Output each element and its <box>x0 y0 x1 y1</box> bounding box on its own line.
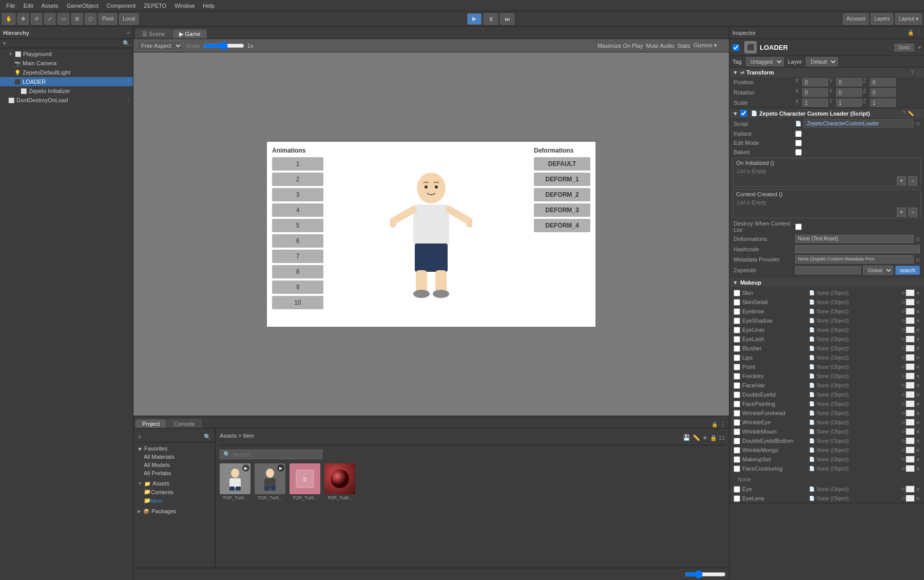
blusher-checkbox[interactable] <box>734 345 740 352</box>
dontdestroy-menu-icon[interactable]: ⋮ <box>126 98 131 103</box>
eyebrow-checkbox[interactable] <box>734 308 740 315</box>
facecontouring-color-swatch[interactable] <box>906 465 915 472</box>
deform-btn-1[interactable]: DEFORM_1 <box>534 173 590 186</box>
zepetoid-input[interactable] <box>795 266 861 274</box>
anim-btn-7[interactable]: 7 <box>272 250 323 263</box>
on-initialized-remove[interactable]: − <box>908 176 917 185</box>
assets-save-icon[interactable]: 💾 <box>683 434 690 441</box>
eyelens-reset-btn[interactable]: ✕ <box>916 496 920 501</box>
makeupset-reset-btn[interactable]: ✕ <box>916 457 920 462</box>
editmode-checkbox[interactable] <box>795 140 802 146</box>
wrinkleforehead-reset-btn[interactable]: ✕ <box>916 410 920 416</box>
transform-help-icon[interactable]: ? <box>911 70 914 76</box>
deform-btn-2[interactable]: DEFORM_2 <box>534 188 590 201</box>
anim-btn-1[interactable]: 1 <box>272 157 323 171</box>
assets-star-icon[interactable]: ★ <box>702 434 708 441</box>
deformations-ref-btn[interactable]: ⊙ <box>916 236 920 242</box>
move-tool[interactable]: ✥ <box>17 13 29 25</box>
eye-reset-btn[interactable]: ✕ <box>916 487 920 492</box>
menu-component[interactable]: Component <box>102 3 140 9</box>
tab-console[interactable]: Console <box>167 419 201 428</box>
inspector-lock-icon[interactable]: 🔒 <box>908 30 914 35</box>
eyelens-color-swatch[interactable] <box>906 495 915 502</box>
pos-x-field[interactable]: 0 <box>802 78 828 86</box>
anim-btn-5[interactable]: 5 <box>272 219 323 232</box>
deform-btn-default[interactable]: DEFAULT <box>534 157 590 171</box>
facecontouring-checkbox[interactable] <box>734 465 740 472</box>
doubleeyelid-color-swatch[interactable] <box>906 391 915 398</box>
anim-btn-10[interactable]: 10 <box>272 296 323 309</box>
all-models[interactable]: All Models <box>136 461 213 469</box>
menu-edit[interactable]: Edit <box>20 3 37 9</box>
anim-btn-8[interactable]: 8 <box>272 265 323 278</box>
transform-header[interactable]: ▼ ⇄ Transform ? ⋮ <box>729 68 924 77</box>
anim-btn-6[interactable]: 6 <box>272 234 323 248</box>
facehair-ref-btn[interactable]: ⊙ <box>901 383 906 388</box>
script-header[interactable]: ▼ 📄 Zepeto Character Custom Loader (Scri… <box>729 108 924 118</box>
menu-help[interactable]: Help <box>199 3 219 9</box>
rot-x-field[interactable] <box>802 88 828 97</box>
wrinkleforehead-checkbox[interactable] <box>734 410 740 417</box>
wrinklemongo-color-swatch[interactable] <box>906 446 915 454</box>
eyeshadow-ref-btn[interactable]: ⊙ <box>901 318 906 323</box>
wrinkleeye-checkbox[interactable] <box>734 419 740 426</box>
eye-checkbox[interactable] <box>734 486 740 493</box>
deform-btn-4[interactable]: DEFORM_4 <box>534 219 590 232</box>
script-ref-value[interactable]: ZepetoCharacterCustomLoader <box>803 119 914 128</box>
wrinkleeye-color-swatch[interactable] <box>906 419 915 426</box>
anim-btn-4[interactable]: 4 <box>272 203 323 217</box>
hier-search[interactable]: 🔍 <box>123 40 130 47</box>
assets-search-input[interactable] <box>233 452 319 458</box>
rect-tool[interactable]: ▭ <box>57 13 69 25</box>
local-btn[interactable]: Local <box>119 13 139 25</box>
skin-ref-btn[interactable]: ⊙ <box>901 290 906 295</box>
eye-ref-btn[interactable]: ⊙ <box>901 487 906 492</box>
pause-button[interactable]: ⏸ <box>484 13 498 25</box>
add-btn[interactable]: + <box>138 433 142 441</box>
eyelash-ref-btn[interactable]: ⊙ <box>901 336 906 342</box>
play-button[interactable]: ▶ <box>467 13 482 25</box>
lips-ref-btn[interactable]: ⊙ <box>901 355 906 360</box>
loader-menu-icon[interactable]: ⋮ <box>126 79 131 85</box>
baked-checkbox[interactable] <box>795 149 802 156</box>
point-checkbox[interactable] <box>734 364 740 370</box>
wrinklemongo-ref-btn[interactable]: ⊙ <box>901 447 906 453</box>
all-materials[interactable]: All Materials <box>136 453 213 461</box>
hier-item-initializer[interactable]: ⬜ Zepeto Initializer <box>0 86 133 96</box>
hier-item-playground[interactable]: ▼ ⬜ Playground <box>0 49 133 59</box>
point-color-swatch[interactable] <box>906 363 915 370</box>
menu-assets[interactable]: Assets <box>37 3 63 9</box>
eyelens-checkbox[interactable] <box>734 495 740 502</box>
pivot-btn[interactable]: Pivot <box>99 13 117 25</box>
freckles-color-swatch[interactable] <box>906 372 915 380</box>
pos-y-field[interactable]: 0 <box>836 78 862 86</box>
lips-reset-btn[interactable]: ✕ <box>916 355 920 361</box>
aspect-dropdown[interactable]: Free Aspect <box>137 41 183 51</box>
point-ref-btn[interactable]: ⊙ <box>901 364 906 369</box>
script-active-checkbox[interactable] <box>740 110 747 117</box>
asset-item-1[interactable]: ▶ TOP_Turtl... <box>220 463 251 500</box>
scale-y-field[interactable] <box>836 99 862 107</box>
contents-folder[interactable]: 📁 Contents <box>136 488 213 496</box>
eyeshadow-checkbox[interactable] <box>734 317 740 324</box>
eyeliner-reset-btn[interactable]: ✕ <box>916 327 920 333</box>
wrinklemoum-checkbox[interactable] <box>734 428 740 435</box>
eyelens-ref-btn[interactable]: ⊙ <box>901 496 906 501</box>
doubleeyelid-checkbox[interactable] <box>734 391 740 398</box>
inplace-checkbox[interactable] <box>795 130 802 137</box>
wrinklemoum-color-swatch[interactable] <box>906 428 915 435</box>
static-badge[interactable]: Static <box>894 44 914 51</box>
packages-header[interactable]: ▶ 📦 Packages <box>136 507 213 515</box>
on-initialized-header[interactable]: On Initialized () <box>733 158 920 167</box>
item-folder[interactable]: 📁 Item <box>136 496 213 505</box>
wrinklemoum-reset-btn[interactable]: ✕ <box>916 429 920 435</box>
pos-z-field[interactable]: 0 <box>870 78 896 86</box>
facehair-checkbox[interactable] <box>734 382 740 389</box>
makeup-header[interactable]: ▼ Makeup <box>729 278 924 287</box>
point-reset-btn[interactable]: ✕ <box>916 364 920 370</box>
hier-item-maincamera[interactable]: 📷 Main Camera <box>0 59 133 68</box>
zoom-slider[interactable] <box>685 570 726 578</box>
tab-game[interactable]: ▶ Game <box>172 29 207 39</box>
hier-item-dontdestroy[interactable]: ⬜ DontDestroyOnLoad ⋮ <box>0 96 133 105</box>
rotate-tool[interactable]: ↺ <box>31 13 42 25</box>
